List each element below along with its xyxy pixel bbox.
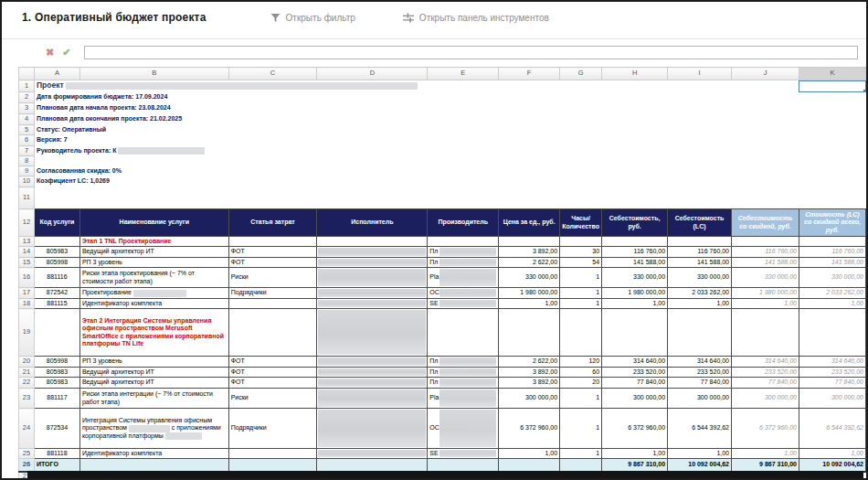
row-header-2[interactable]: 2: [19, 92, 35, 103]
cell-J26[interactable]: 9 867 310,00: [732, 459, 799, 472]
cell-E26[interactable]: [428, 459, 499, 472]
row-header-21[interactable]: 21: [19, 368, 35, 378]
cell-C21[interactable]: ФОТ: [228, 368, 317, 378]
cell-J20[interactable]: 314 640,00: [732, 357, 799, 368]
cell-B18[interactable]: Идентификатор комплекта: [79, 299, 228, 309]
cell-B14[interactable]: Ведущий архитектор ИТ: [79, 247, 228, 258]
cell-I18[interactable]: 1,00: [668, 299, 732, 309]
cell-B23[interactable]: Риски этапа интеграции (~ 7% от стоимост…: [79, 389, 228, 409]
row-header-25[interactable]: 25: [19, 449, 35, 459]
cell-F20[interactable]: 2 622,00: [499, 357, 560, 368]
cell-H22[interactable]: 77 840,00: [602, 378, 668, 389]
cell-D20[interactable]: [317, 357, 428, 368]
cell-A23[interactable]: 881117: [34, 389, 79, 409]
cell-A1[interactable]: Проект: [34, 80, 799, 92]
cell-K1[interactable]: [799, 80, 865, 92]
row-header-24[interactable]: 24: [19, 409, 35, 449]
cell-H21[interactable]: 233 520,00: [602, 368, 668, 378]
row-header-3[interactable]: 3: [19, 103, 35, 114]
cell-I26[interactable]: 10 092 004,62: [668, 459, 732, 472]
cell-B20[interactable]: РП 3 уровень: [79, 357, 228, 368]
cell-H14[interactable]: 116 760,00: [602, 247, 668, 258]
col-header-A[interactable]: A: [34, 68, 79, 80]
cell-K16[interactable]: 330 000,00: [799, 268, 865, 288]
cell-J24[interactable]: 6 372 960,00: [732, 409, 799, 449]
cell-E23[interactable]: Pla: [428, 389, 499, 409]
cell-A24[interactable]: 872534: [34, 409, 79, 449]
cell-D24[interactable]: [317, 409, 428, 449]
cell-D26[interactable]: [317, 459, 428, 472]
cell-B13[interactable]: Этап 1 TNL Проектирование: [79, 237, 228, 247]
table-header-F[interactable]: Цена за ед., руб.: [499, 209, 560, 237]
cell-C18[interactable]: [228, 299, 317, 309]
confirm-icon[interactable]: ✔: [62, 48, 70, 58]
cell-A15[interactable]: 805998: [34, 258, 79, 268]
row-header-18[interactable]: 18: [19, 299, 35, 309]
cell-K13[interactable]: [799, 237, 865, 247]
cell-F18[interactable]: 1,00: [499, 299, 560, 309]
cell-J25[interactable]: 1,00: [732, 449, 799, 459]
cell-A20[interactable]: 805998: [34, 357, 79, 368]
cancel-icon[interactable]: ✖: [46, 48, 54, 58]
row-header-17[interactable]: 17: [19, 288, 35, 299]
cell-F17[interactable]: 1 980 000,00: [499, 288, 560, 299]
cell-B26[interactable]: [79, 459, 228, 472]
col-header-F[interactable]: F: [499, 68, 560, 80]
cell-G25[interactable]: 1: [560, 449, 602, 459]
cell-A9[interactable]: Согласованная скидка: 0%: [34, 166, 865, 176]
cell-E16[interactable]: Pla: [428, 268, 499, 288]
row-header-22[interactable]: 22: [19, 378, 35, 389]
cell-E24[interactable]: ОС: [428, 409, 499, 449]
cell-J19[interactable]: [732, 309, 799, 357]
cell-A4[interactable]: Плановая дата окончания проекта: 21.02.2…: [34, 114, 865, 125]
cell-E19[interactable]: [428, 309, 499, 357]
cell-G26[interactable]: [560, 459, 602, 472]
cell-A17[interactable]: 872542: [34, 288, 79, 299]
cell-F23[interactable]: 300 000,00: [499, 389, 560, 409]
cell-A14[interactable]: 805983: [34, 247, 79, 258]
cell-A8[interactable]: [34, 156, 865, 166]
cell-I24[interactable]: 6 544 392,62: [668, 409, 732, 449]
cell-A16[interactable]: 881116: [34, 268, 79, 288]
col-header-I[interactable]: I: [668, 68, 732, 80]
row-header-4[interactable]: 4: [19, 114, 35, 125]
cell-J13[interactable]: [732, 237, 799, 247]
table-header-K[interactable]: Стоимость (LC) со скидкой всего, руб.: [799, 209, 865, 237]
cell-H17[interactable]: 1 980 000,00: [602, 288, 668, 299]
cell-G18[interactable]: 1: [560, 299, 602, 309]
cell-A6[interactable]: Версия: 7: [34, 135, 865, 146]
cell-D25[interactable]: [317, 449, 428, 459]
cell-G14[interactable]: 30: [560, 247, 602, 258]
row-header-26[interactable]: 26: [19, 459, 35, 472]
cell-F24[interactable]: 6 372 960,00: [499, 409, 560, 449]
cell-B17[interactable]: Проектирование: [79, 288, 228, 299]
cell-H26[interactable]: 9 867 310,00: [602, 459, 668, 472]
col-header-E[interactable]: E: [428, 68, 499, 80]
table-header-B[interactable]: Наименование услуги: [79, 209, 228, 237]
cell-G22[interactable]: 20: [560, 378, 602, 389]
col-header-B[interactable]: B: [79, 68, 228, 80]
cell-A2[interactable]: Дата формирования бюджета: 17.09.2024: [34, 92, 865, 103]
row-header-10[interactable]: 10: [19, 176, 35, 187]
table-header-G[interactable]: Часы/Количество: [560, 209, 602, 237]
cell-C15[interactable]: ФОТ: [228, 258, 317, 268]
cell-J23[interactable]: 300 000,00: [732, 389, 799, 409]
cell-I22[interactable]: 77 840,00: [668, 378, 732, 389]
cell-F25[interactable]: 1,00: [499, 449, 560, 459]
cell-B15[interactable]: РП 3 уровень: [79, 258, 228, 268]
select-all-corner[interactable]: [19, 68, 35, 80]
cell-G17[interactable]: 1: [560, 288, 602, 299]
cell-J15[interactable]: 141 588,00: [732, 258, 799, 268]
table-header-I[interactable]: Себестоимость (LC): [668, 209, 732, 237]
cell-B16[interactable]: Риски этапа проектирования (~ 7% от стои…: [79, 268, 228, 288]
cell-H13[interactable]: [602, 237, 668, 247]
cell-F16[interactable]: 330 000,00: [499, 268, 560, 288]
cell-C14[interactable]: ФОТ: [228, 247, 317, 258]
cell-D16[interactable]: [317, 268, 428, 288]
cell-F19[interactable]: [499, 309, 560, 357]
cell-C16[interactable]: Риски: [228, 268, 317, 288]
row-header-11[interactable]: 11: [19, 187, 35, 209]
cell-D15[interactable]: [317, 258, 428, 268]
cell-A18[interactable]: 881115: [34, 299, 79, 309]
cell-J21[interactable]: 233 520,00: [732, 368, 799, 378]
